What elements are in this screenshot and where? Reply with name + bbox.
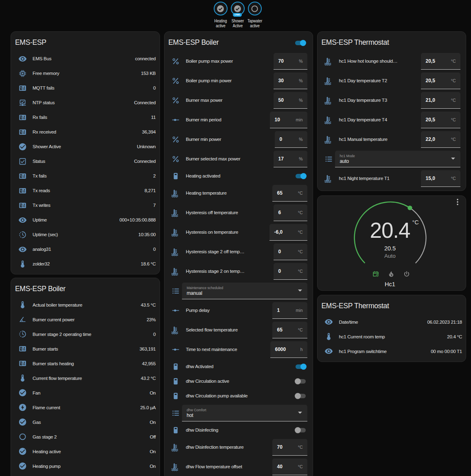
- svg-text:3: 3: [24, 117, 25, 120]
- svg-text:3: 3: [24, 205, 25, 208]
- svg-text:3: 3: [24, 175, 25, 178]
- svg-text:3: 3: [24, 190, 25, 193]
- svg-text:3: 3: [24, 348, 25, 351]
- svg-text:3: 3: [24, 88, 25, 90]
- svg-text:3: 3: [24, 132, 25, 134]
- svg-text:3: 3: [24, 363, 25, 366]
